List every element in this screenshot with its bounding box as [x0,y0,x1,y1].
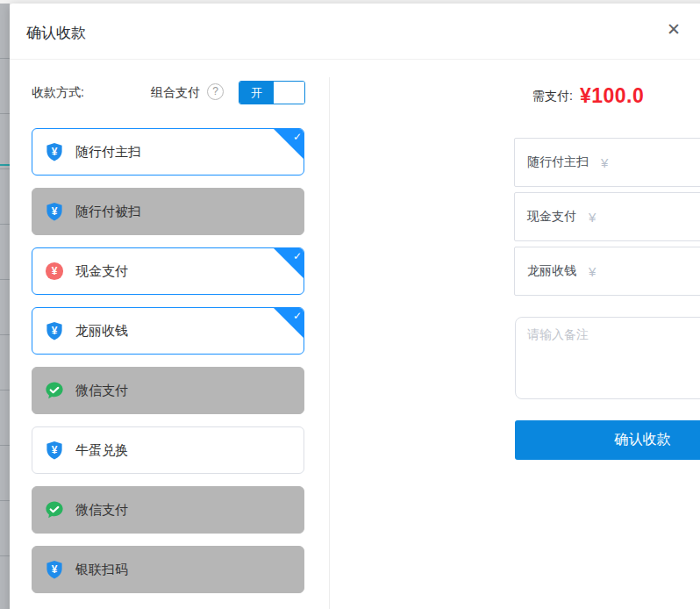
toggle-on-label: 开 [239,82,274,104]
amount-due-label: 需支付: [532,89,573,104]
svg-text:¥: ¥ [52,146,58,158]
payment-dialog: 确认收款 ✕ 收款方式: 组合支付 ? 开 ¥ 随行付主扫 ✓ ¥ 随行付被扫 … [10,4,700,609]
shield-yuan-icon: ¥ [45,142,64,161]
background-page-strip [0,4,10,609]
amount-field-row: 现金支付 ¥ [514,192,700,241]
close-icon[interactable]: ✕ [662,18,685,41]
svg-text:¥: ¥ [52,563,58,576]
amount-input[interactable] [603,264,700,278]
circle-yuan-icon: ¥ [45,262,64,281]
method-options-row: 收款方式: 组合支付 ? 开 [32,81,321,105]
amount-input[interactable] [615,155,700,169]
wechat-icon [45,500,64,519]
shield-yuan-icon: ¥ [45,321,64,340]
yuan-symbol: ¥ [589,210,596,225]
svg-text:¥: ¥ [52,444,58,456]
amount-field-row: 随行付主扫 ¥ [514,138,700,187]
dialog-title: 确认收款 [26,23,86,43]
amount-field-row: 龙丽收钱 ¥ [514,247,700,296]
payment-method-card[interactable]: ¥ 龙丽收钱 ✓ [32,307,304,355]
svg-text:¥: ¥ [52,205,58,218]
panel-divider [329,77,330,609]
remark-textarea[interactable] [515,317,700,399]
svg-text:¥: ¥ [52,265,58,277]
selected-corner: ✓ [274,129,304,159]
payment-method-card: ¥ 随行付被扫 ✓ [32,188,304,235]
selected-corner: ✓ [274,308,304,338]
check-icon: ✓ [293,250,302,262]
selected-corner: ✓ [274,248,304,278]
payment-method-card[interactable]: ¥ 随行付主扫 ✓ [32,128,304,176]
payment-method-card: 微信支付 ✓ [32,367,304,414]
method-label: 收款方式: [32,85,84,101]
shield-yuan-icon: ¥ [45,441,64,460]
payment-method-card[interactable]: ¥ 牛蛋兑换 ✓ [32,426,304,474]
amount-due-row: 需支付: ¥100.0 [532,84,644,108]
help-icon[interactable]: ? [207,83,224,100]
svg-text:¥: ¥ [52,325,58,337]
payment-method-card: 微信支付 ✓ [32,486,304,534]
combo-pay-label: 组合支付 [151,85,200,101]
check-icon: ✓ [293,310,302,322]
confirm-payment-button[interactable]: 确认收款 [515,420,700,460]
yuan-symbol: ¥ [601,155,608,170]
payment-method-card: ¥ 银联扫码 ✓ [32,546,304,593]
shield-yuan-icon: ¥ [45,202,64,221]
yuan-symbol: ¥ [589,264,596,279]
dialog-header: 确认收款 ✕ [10,4,700,60]
amount-due-value: ¥100.0 [580,84,644,108]
check-icon: ✓ [293,131,302,143]
payment-method-list: ¥ 随行付主扫 ✓ ¥ 随行付被扫 ✓ ¥ 现金支付 ✓ ¥ 龙丽收钱 ✓ 微信… [32,128,312,605]
payment-method-card[interactable]: ¥ 现金支付 ✓ [32,247,304,295]
combo-pay-toggle[interactable]: 开 [239,81,305,104]
toggle-knob [274,82,304,104]
amount-input[interactable] [603,210,700,224]
wechat-icon [45,381,64,400]
shield-yuan-icon: ¥ [45,560,64,579]
